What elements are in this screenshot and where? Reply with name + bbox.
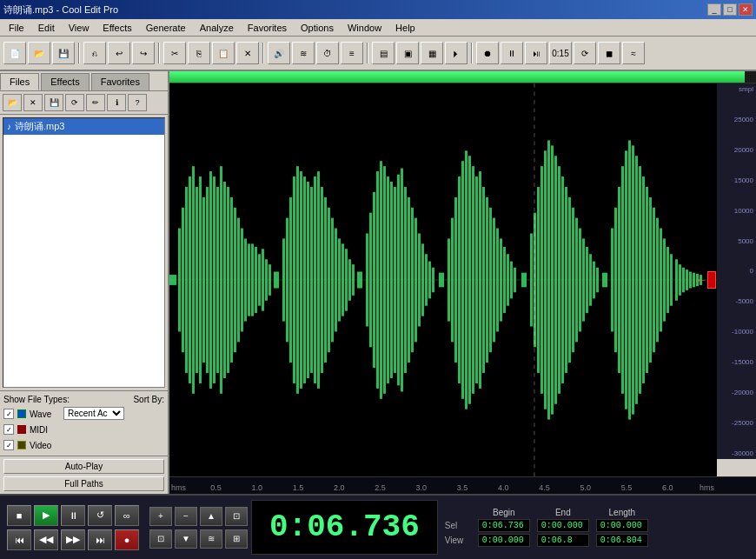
tb-btn17[interactable]: ▦ [421, 42, 443, 64]
tb-btn25[interactable]: ≈ [622, 42, 645, 64]
full-paths-button[interactable]: Full Paths [3, 476, 164, 491]
svg-rect-108 [575, 218, 578, 343]
svg-rect-21 [241, 229, 243, 332]
open-button[interactable]: 📂 [28, 42, 50, 64]
svg-rect-23 [248, 243, 250, 316]
tb-btn10[interactable]: ✕ [236, 42, 259, 64]
svg-rect-29 [269, 264, 271, 296]
maximize-button[interactable]: □ [723, 3, 737, 16]
tb-btn18[interactable]: ⏵ [445, 42, 468, 64]
tb-btn20[interactable]: ⏸ [501, 42, 523, 64]
step-fwd-button[interactable]: ▶▶ [61, 529, 85, 550]
new-button[interactable]: 📄 [3, 42, 26, 64]
svg-rect-11 [206, 187, 209, 373]
svg-rect-55 [373, 192, 375, 368]
y-label-n25000: -25000 [717, 419, 753, 427]
tb-btn5[interactable]: ↩ [108, 42, 130, 64]
tb-btn4[interactable]: ⎌ [83, 42, 106, 64]
zoom-full[interactable]: ⊡ [225, 507, 248, 526]
svg-rect-67 [414, 218, 417, 343]
tb-btn9[interactable]: 📋 [212, 42, 235, 64]
auto-play-button[interactable]: Auto-Play [3, 459, 164, 474]
zoom-wave[interactable]: ≋ [200, 529, 222, 549]
tb-btn21[interactable]: ⏯ [525, 42, 547, 64]
tb-btn13[interactable]: ⏱ [316, 42, 339, 64]
tb-btn11[interactable]: 🔊 [268, 42, 290, 64]
skip-back-button[interactable]: ⏮ [7, 529, 31, 550]
save-button[interactable]: 💾 [52, 42, 75, 64]
svg-rect-121 [628, 140, 631, 419]
tb-btn8[interactable]: ⎘ [188, 42, 210, 64]
tb-btn22[interactable]: 0:15 [549, 42, 572, 64]
pause-button[interactable]: ⏸ [61, 505, 85, 526]
tab-favorites[interactable]: Favorites [91, 73, 149, 90]
svg-rect-52 [357, 271, 362, 288]
tb-btn15[interactable]: ▤ [372, 42, 395, 64]
close-button[interactable]: ✕ [739, 3, 753, 16]
transport-controls: ■ ▶ ⏸ ↺ ∞ ⏮ ◀◀ ▶▶ ⏭ ● [0, 502, 146, 554]
menu-analyze[interactable]: Analyze [193, 21, 241, 35]
loop-button[interactable]: ↺ [88, 505, 112, 526]
zoom-sel[interactable]: ⊡ [149, 529, 172, 549]
file-item[interactable]: ♪ 诗朗诵.mp3 [3, 118, 164, 135]
svg-rect-119 [621, 166, 624, 394]
svg-rect-45 [331, 218, 334, 343]
zoom-out-v[interactable]: ▼ [175, 529, 197, 549]
tb-btn7[interactable]: ✂ [163, 42, 186, 64]
zoom-in-h[interactable]: + [149, 507, 172, 526]
tb-btn16[interactable]: ▣ [396, 42, 419, 64]
menu-edit[interactable]: Edit [31, 21, 62, 35]
ft-midi-check[interactable]: ✓ [3, 424, 14, 435]
svg-rect-37 [303, 176, 306, 383]
step-back-button[interactable]: ◀◀ [34, 529, 58, 550]
tab-files[interactable]: Files [0, 73, 39, 90]
ft-wave-check[interactable]: ✓ [3, 409, 14, 419]
zoom-rt[interactable]: ⊞ [225, 529, 248, 549]
menu-effects[interactable]: Effects [96, 21, 138, 35]
record-button[interactable]: ● [115, 529, 139, 550]
tb-btn12[interactable]: ≋ [292, 42, 315, 64]
lt-close[interactable]: ✕ [23, 94, 43, 111]
svg-rect-64 [404, 187, 407, 373]
lt-help[interactable]: ? [128, 94, 147, 111]
lt-info[interactable]: ℹ [107, 94, 126, 111]
menu-options[interactable]: Options [294, 21, 341, 35]
svg-rect-75 [451, 218, 454, 343]
menu-generate[interactable]: Generate [139, 21, 193, 35]
sort-select[interactable]: Recent Ac Name Date [63, 407, 124, 420]
lt-open[interactable]: 📂 [3, 94, 22, 111]
menu-window[interactable]: Window [341, 21, 388, 35]
ft-video-check[interactable]: ✓ [3, 440, 14, 450]
svg-rect-106 [568, 197, 571, 363]
lt-edit[interactable]: ✏ [86, 94, 105, 111]
waveform-canvas[interactable]: smpl [169, 83, 756, 476]
y-label-smpl: smpl [717, 85, 753, 93]
svg-rect-116 [611, 229, 613, 332]
tb-btn6[interactable]: ↪ [132, 42, 155, 64]
file-list[interactable]: ♪ 诗朗诵.mp3 [3, 117, 165, 388]
play-button[interactable]: ▶ [34, 505, 58, 526]
lt-save[interactable]: 💾 [44, 94, 63, 111]
lt-refresh[interactable]: ⟳ [65, 94, 84, 111]
skip-fwd-button[interactable]: ⏭ [88, 529, 112, 550]
svg-rect-13 [213, 176, 216, 383]
svg-rect-109 [579, 229, 581, 332]
menu-file[interactable]: File [2, 21, 31, 35]
menu-help[interactable]: Help [388, 21, 422, 35]
zoom-out-h[interactable]: − [175, 507, 197, 526]
menu-favorites[interactable]: Favorites [241, 21, 294, 35]
menu-view[interactable]: View [62, 21, 96, 35]
tb-btn19[interactable]: ⏺ [476, 42, 499, 64]
svg-rect-43 [324, 197, 327, 363]
svg-rect-36 [300, 171, 302, 389]
tb-btn23[interactable]: ⟳ [574, 42, 596, 64]
tb-btn14[interactable]: ≡ [341, 42, 363, 64]
inf-button[interactable]: ∞ [115, 505, 139, 526]
tb-btn24[interactable]: ◼ [598, 42, 620, 64]
zoom-in-v[interactable]: ▲ [200, 507, 222, 526]
y-label-10000: 10000 [717, 207, 753, 215]
tab-effects[interactable]: Effects [41, 73, 89, 90]
svg-rect-38 [307, 182, 309, 378]
stop-button[interactable]: ■ [7, 505, 31, 526]
minimize-button[interactable]: _ [707, 3, 721, 16]
